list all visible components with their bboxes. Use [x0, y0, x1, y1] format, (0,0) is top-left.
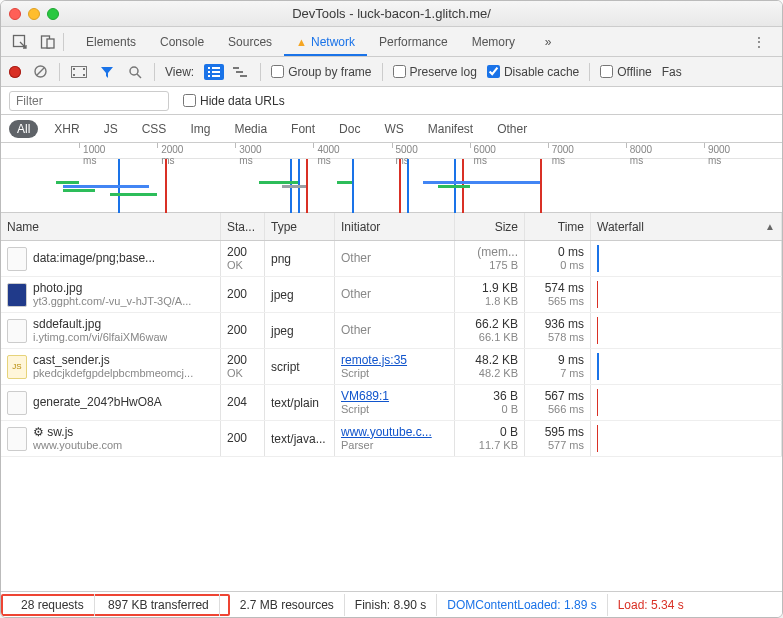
search-icon[interactable]	[126, 63, 144, 81]
svg-rect-9	[83, 74, 85, 76]
request-name: data:image/png;base...	[33, 251, 155, 265]
record-button[interactable]	[9, 66, 21, 78]
request-host: yt3.ggpht.com/-vu_v-hJT-3Q/A...	[33, 295, 191, 308]
cell-type: text/java...	[265, 421, 335, 456]
tab-elements[interactable]: Elements	[74, 28, 148, 56]
clear-icon[interactable]	[31, 63, 49, 81]
overview-bar	[438, 185, 469, 188]
inspect-element-icon[interactable]	[7, 31, 33, 53]
file-icon	[7, 427, 27, 451]
typefilter-all[interactable]: All	[9, 120, 38, 138]
col-type[interactable]: Type	[265, 213, 335, 240]
typefilter-css[interactable]: CSS	[134, 120, 175, 138]
table-row[interactable]: JScast_sender.jspkedcjkdefgpdelpbcmbmeom…	[1, 349, 782, 385]
group-by-frame-checkbox[interactable]: Group by frame	[271, 65, 371, 79]
offline-checkbox[interactable]: Offline	[600, 65, 651, 79]
cell-type: script	[265, 349, 335, 384]
cell-type: jpeg	[265, 313, 335, 348]
col-initiator[interactable]: Initiator	[335, 213, 455, 240]
typefilter-js[interactable]: JS	[96, 120, 126, 138]
typefilter-other[interactable]: Other	[489, 120, 535, 138]
overview-bar	[63, 189, 94, 192]
table-header: Name Sta... Type Initiator Size Time Wat…	[1, 213, 782, 241]
list-view-button[interactable]	[204, 64, 224, 80]
hide-data-urls-checkbox[interactable]: Hide data URLs	[183, 94, 285, 108]
overview-bar	[282, 185, 305, 188]
preserve-log-checkbox[interactable]: Preserve log	[393, 65, 477, 79]
cell-type: jpeg	[265, 277, 335, 312]
domcontentloaded-time: DOMContentLoaded: 1.89 s	[437, 594, 607, 616]
table-row[interactable]: sddefault.jpgi.ytimg.com/vi/6lfaiXM6waw2…	[1, 313, 782, 349]
cell-size: 36 B0 B	[455, 385, 525, 420]
view-buttons	[204, 64, 250, 80]
typefilter-xhr[interactable]: XHR	[46, 120, 87, 138]
cell-initiator: remote.js:35Script	[335, 349, 455, 384]
cell-waterfall	[591, 277, 782, 312]
cell-type: png	[265, 241, 335, 276]
table-row[interactable]: photo.jpgyt3.ggpht.com/-vu_v-hJT-3Q/A...…	[1, 277, 782, 313]
col-size[interactable]: Size	[455, 213, 525, 240]
table-row[interactable]: generate_204?bHwO8A204text/plainVM689:1S…	[1, 385, 782, 421]
cell-time: 0 ms0 ms	[525, 241, 591, 276]
file-icon	[7, 319, 27, 343]
request-host: pkedcjkdefgpdelpbcmbmeomcj...	[33, 367, 193, 380]
initiator-link[interactable]: remote.js:35	[341, 353, 407, 367]
table-body[interactable]: data:image/png;base...200OKpngOther(mem.…	[1, 241, 782, 591]
typefilter-img[interactable]: Img	[182, 120, 218, 138]
window-title: DevTools - luck-bacon-1.glitch.me/	[1, 6, 782, 21]
filter-bar: Hide data URLs	[1, 87, 782, 115]
throttling-label[interactable]: Fas	[662, 65, 682, 79]
typefilter-font[interactable]: Font	[283, 120, 323, 138]
svg-point-10	[130, 67, 138, 75]
col-time[interactable]: Time	[525, 213, 591, 240]
col-waterfall[interactable]: Waterfall▲	[591, 213, 782, 240]
filter-input[interactable]	[9, 91, 169, 111]
type-filter-bar: AllXHRJSCSSImgMediaFontDocWSManifestOthe…	[1, 115, 782, 143]
transferred-size: 897 KB transferred	[98, 594, 220, 616]
svg-rect-6	[73, 68, 75, 70]
timeline-ruler: 1000 ms2000 ms3000 ms4000 ms5000 ms6000 …	[1, 143, 782, 159]
timeline-overview[interactable]: 1000 ms2000 ms3000 ms4000 ms5000 ms6000 …	[1, 143, 782, 213]
request-name: cast_sender.js	[33, 353, 193, 367]
typefilter-manifest[interactable]: Manifest	[420, 120, 481, 138]
table-row[interactable]: data:image/png;base...200OKpngOther(mem.…	[1, 241, 782, 277]
devtools-window: DevTools - luck-bacon-1.glitch.me/ Eleme…	[0, 0, 783, 618]
typefilter-media[interactable]: Media	[226, 120, 275, 138]
typefilter-doc[interactable]: Doc	[331, 120, 368, 138]
cell-waterfall	[591, 241, 782, 276]
cell-status: 200	[221, 421, 265, 456]
svg-line-4	[36, 68, 43, 75]
file-icon	[7, 283, 27, 307]
cell-waterfall	[591, 421, 782, 456]
overview-bar	[110, 193, 157, 196]
kebab-menu-icon[interactable]: ⋮	[746, 31, 772, 53]
col-name[interactable]: Name	[1, 213, 221, 240]
tab-console[interactable]: Console	[148, 28, 216, 56]
request-name: ⚙ sw.js	[33, 425, 122, 439]
initiator-link[interactable]: VM689:1	[341, 389, 389, 403]
request-name: generate_204?bHwO8A	[33, 395, 162, 409]
svg-rect-2	[47, 39, 54, 48]
table-row[interactable]: ⚙ sw.jswww.youtube.com200text/java...www…	[1, 421, 782, 457]
tab-performance[interactable]: Performance	[367, 28, 460, 56]
more-tabs-icon[interactable]: »	[535, 31, 561, 53]
file-icon	[7, 391, 27, 415]
svg-rect-17	[212, 75, 220, 77]
tab-memory[interactable]: Memory	[460, 28, 527, 56]
cell-status: 204	[221, 385, 265, 420]
device-toggle-icon[interactable]	[35, 31, 61, 53]
overview-marker	[540, 159, 542, 213]
tab-sources[interactable]: Sources	[216, 28, 284, 56]
tab-network[interactable]: ▲Network	[284, 28, 367, 56]
initiator-link[interactable]: www.youtube.c...	[341, 425, 432, 439]
filter-icon[interactable]	[98, 63, 116, 81]
cell-status: 200OK	[221, 241, 265, 276]
waterfall-view-button[interactable]	[230, 64, 250, 80]
cell-status: 200	[221, 313, 265, 348]
resources-size: 2.7 MB resources	[230, 594, 345, 616]
typefilter-ws[interactable]: WS	[376, 120, 411, 138]
disable-cache-checkbox[interactable]: Disable cache	[487, 65, 579, 79]
col-status[interactable]: Sta...	[221, 213, 265, 240]
filmstrip-icon[interactable]	[70, 63, 88, 81]
panel-tabs: ElementsConsoleSources▲NetworkPerformanc…	[74, 28, 527, 56]
